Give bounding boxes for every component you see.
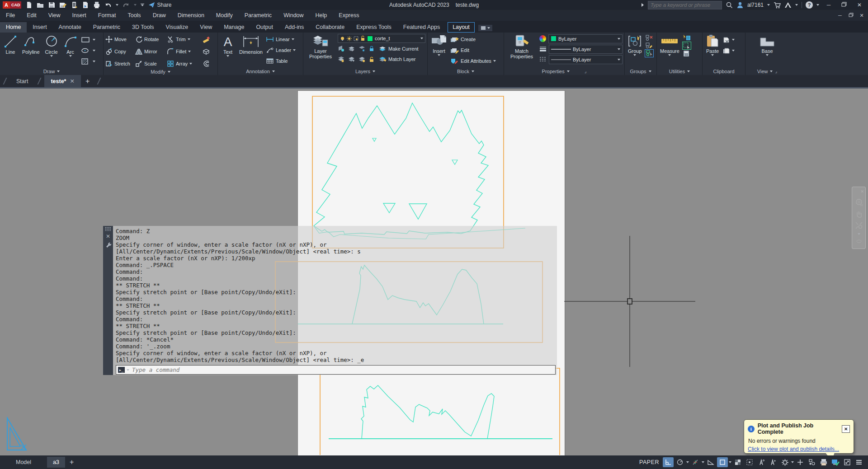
dimension-button[interactable]: Dimension — [238, 34, 264, 55]
array-button[interactable]: Array — [167, 59, 200, 69]
doc-close-button[interactable]: ✕ — [857, 13, 866, 19]
object-snap-toggle[interactable] — [717, 457, 728, 467]
mirror-button[interactable]: Mirror — [135, 47, 165, 56]
tab-annotate[interactable]: Annotate — [53, 22, 87, 33]
paper-space-toggle[interactable]: PAPER — [639, 459, 659, 465]
gear-dropdown-icon[interactable] — [791, 461, 794, 463]
linear-dropdown-icon[interactable] — [292, 38, 294, 40]
polyline-button[interactable]: Polyline — [21, 34, 41, 55]
command-input[interactable] — [131, 366, 553, 374]
clean-screen-toggle[interactable] — [842, 457, 853, 467]
tab-featured-apps[interactable]: Featured Apps — [397, 22, 446, 33]
layer-vpfreeze-button[interactable] — [359, 56, 365, 62]
fillet-button[interactable]: Fillet — [167, 47, 200, 56]
command-close-icon[interactable]: ✕ — [106, 234, 110, 239]
arc-button[interactable]: Arc — [62, 34, 79, 57]
save-button[interactable] — [48, 1, 55, 9]
tab-view[interactable]: View — [194, 22, 218, 33]
app-store-cart-icon[interactable] — [774, 2, 781, 9]
rotate-button[interactable]: Rotate — [135, 34, 165, 44]
edit-attributes-dropdown-icon[interactable] — [493, 60, 496, 62]
ungroup-button[interactable] — [645, 34, 653, 41]
layer-freeze-button[interactable] — [359, 46, 365, 52]
undo-button[interactable] — [104, 1, 112, 9]
edit-block-button[interactable]: Edit — [450, 45, 496, 55]
new-drawing-button[interactable]: + — [81, 75, 94, 87]
measure-dropdown-icon[interactable] — [668, 54, 671, 56]
scale-button[interactable]: Scale — [135, 59, 165, 69]
workspace-switching-toggle[interactable] — [795, 457, 806, 467]
user-dropdown-icon[interactable] — [767, 4, 770, 6]
menu-parametric[interactable]: Parametric — [239, 12, 278, 19]
table-button[interactable]: Table — [266, 56, 296, 66]
create-block-button[interactable]: Create — [450, 34, 496, 44]
tab-add-ins[interactable]: Add-ins — [279, 22, 310, 33]
username[interactable]: al7161 — [747, 2, 764, 8]
pan-hand-icon[interactable] — [855, 211, 863, 218]
group-edit-button[interactable] — [645, 42, 653, 49]
snap-mode-toggle[interactable] — [675, 457, 685, 467]
redo-button[interactable] — [123, 1, 130, 9]
circle-dropdown-icon[interactable] — [50, 55, 53, 57]
ortho-angle-toggle[interactable] — [705, 457, 716, 467]
tab-home[interactable]: Home — [0, 22, 27, 33]
menu-window[interactable]: Window — [278, 12, 309, 19]
search-icon[interactable] — [726, 1, 733, 9]
annotation-autoscale-toggle[interactable] — [768, 457, 778, 467]
file-tab-start[interactable]: Start — [10, 75, 34, 87]
make-current-button[interactable]: Make Current — [379, 44, 419, 54]
plot-from-mobile-button[interactable] — [71, 1, 78, 9]
panel-title-view[interactable]: View⌟ — [745, 67, 789, 75]
layer-isolate-button[interactable] — [348, 46, 355, 52]
command-input-row[interactable]: ▸_ — [116, 365, 556, 375]
calculator-button[interactable] — [683, 50, 690, 57]
layer-off-button[interactable] — [338, 46, 344, 52]
graphics-performance-icon[interactable] — [830, 457, 841, 467]
app-logo[interactable]: ACAD — [3, 1, 21, 9]
offset-button[interactable] — [202, 59, 213, 69]
match-properties-button[interactable]: Match Properties — [506, 34, 538, 60]
tab-layout[interactable]: Layout — [448, 22, 475, 33]
autodesk-dropdown-icon[interactable] — [795, 4, 798, 6]
steering-wheel-icon[interactable]: 2D — [855, 198, 863, 206]
panel-title-annotation[interactable]: Annotation — [218, 67, 303, 75]
line-button[interactable]: Line — [2, 34, 19, 55]
open-file-button[interactable] — [37, 1, 44, 9]
tab-visualize[interactable]: Visualize — [160, 22, 194, 33]
file-tab-document[interactable]: teste*✕ — [44, 75, 81, 87]
menu-file[interactable]: File — [0, 12, 21, 19]
close-button[interactable]: ✕ — [854, 2, 865, 8]
new-layout-button[interactable]: + — [65, 458, 78, 466]
undo-dropdown-icon[interactable] — [116, 4, 118, 6]
autodesk-logo-icon[interactable] — [784, 2, 792, 8]
layer-select-dropdown[interactable]: corte_t — [338, 34, 425, 43]
move-button[interactable]: Move — [105, 34, 133, 44]
panel-title-utilities[interactable]: Utilities — [657, 67, 702, 75]
view-launcher-icon[interactable]: ⌟ — [775, 69, 777, 74]
copy-clip-button[interactable] — [722, 46, 735, 56]
help-dropdown-icon[interactable] — [816, 4, 819, 6]
polar-tracking-toggle[interactable] — [690, 457, 701, 467]
leader-button[interactable]: Leader — [266, 45, 296, 55]
ribbon-display-toggle[interactable] — [478, 25, 492, 31]
properties-launcher-icon[interactable]: ⌟ — [585, 69, 587, 74]
menu-format[interactable]: Format — [92, 12, 122, 19]
circle-button[interactable]: Circle — [43, 34, 60, 57]
panel-title-groups[interactable]: Groups — [625, 67, 656, 75]
snap-dropdown-icon[interactable] — [686, 461, 689, 463]
notification-details-link[interactable]: Click to view plot and publish details..… — [748, 446, 850, 452]
menu-edit[interactable]: Edit — [21, 12, 42, 19]
copy-button[interactable]: Copy — [105, 47, 133, 56]
tab-collaborate[interactable]: Collaborate — [310, 22, 350, 33]
paste-dropdown-icon[interactable] — [711, 54, 714, 56]
layer-properties-button[interactable]: Layer Properties — [305, 34, 336, 60]
array-dropdown-icon[interactable] — [189, 63, 192, 65]
object-color-dropdown[interactable]: ByLayer — [548, 34, 623, 43]
zoom-tool-icon[interactable] — [855, 222, 863, 229]
redo-dropdown-icon[interactable] — [134, 4, 137, 6]
tab-3d-tools[interactable]: 3D Tools — [126, 22, 160, 33]
panel-title-clipboard[interactable]: Clipboard — [703, 67, 745, 75]
menu-view[interactable]: View — [42, 12, 66, 19]
annotation-scale-gear[interactable] — [779, 457, 790, 467]
tab-manage[interactable]: Manage — [218, 22, 250, 33]
